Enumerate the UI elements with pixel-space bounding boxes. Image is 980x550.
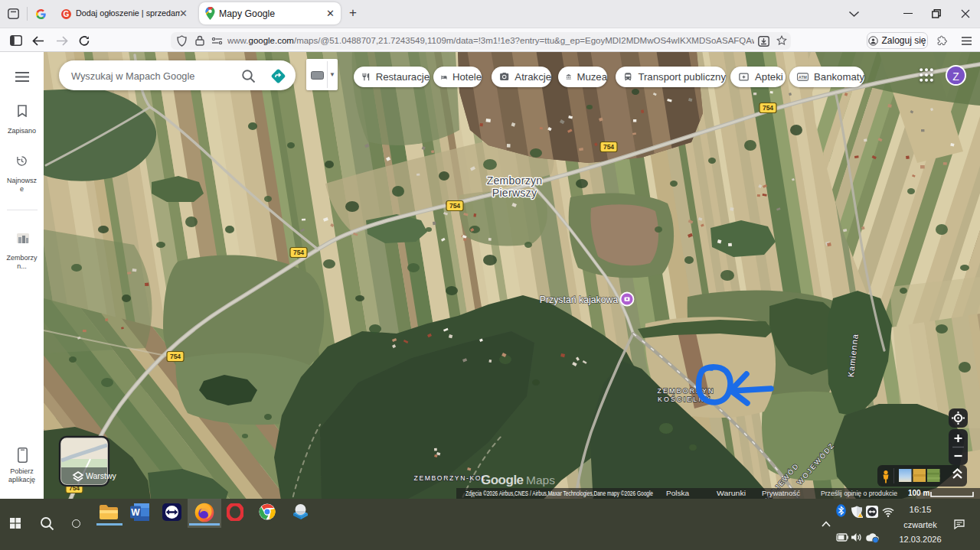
svg-text:754: 754 (293, 249, 304, 256)
svg-text:Prywatność: Prywatność (762, 490, 801, 497)
svg-text:Przystań kajakowa: Przystań kajakowa (540, 295, 619, 305)
svg-text:Zemborzyn: Zemborzyn (487, 174, 543, 187)
svg-text:Pierwszy: Pierwszy (492, 187, 537, 199)
svg-text:Polska: Polska (666, 490, 689, 497)
svg-text:Zdjęcia ©2026 Airbus,CNES / Ai: Zdjęcia ©2026 Airbus,CNES / Airbus,Maxar… (466, 490, 653, 497)
svg-text:ZEMBORZYN: ZEMBORZYN (657, 387, 714, 395)
svg-text:Warunki: Warunki (717, 490, 746, 497)
svg-text:754: 754 (763, 104, 773, 112)
svg-text:Google: Google (481, 473, 524, 487)
svg-text:Maps: Maps (526, 474, 555, 487)
svg-text:754: 754 (603, 143, 614, 151)
svg-text:754: 754 (449, 202, 460, 210)
svg-text:Warstwy: Warstwy (86, 471, 117, 480)
svg-text:W: W (131, 507, 140, 518)
svg-text:ZEMBORZYN-KOL: ZEMBORZYN-KOL (414, 474, 487, 482)
svg-text:Prześlij opinię o produkcie: Prześlij opinię o produkcie (821, 490, 897, 497)
svg-text:754: 754 (170, 353, 181, 360)
svg-text:ATM: ATM (799, 75, 807, 80)
svg-text:100 m: 100 m (908, 489, 929, 497)
